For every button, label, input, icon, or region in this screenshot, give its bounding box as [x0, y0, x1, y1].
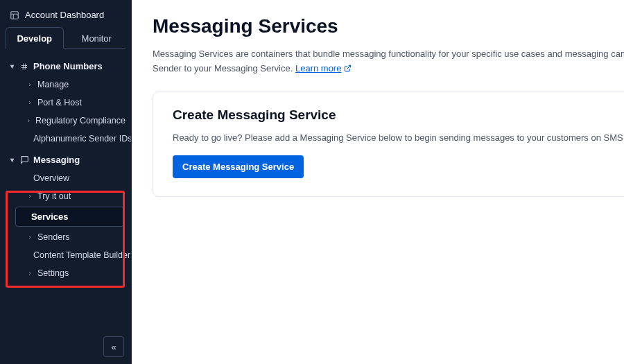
tab-develop[interactable]: Develop [6, 27, 64, 49]
sidebar-item-manage[interactable]: › Manage [0, 76, 131, 94]
svg-line-5 [347, 65, 351, 69]
sidebar-item-try-it-out[interactable]: › Try it out [0, 187, 131, 205]
sidebar-item-content-template[interactable]: Content Template Builder [0, 246, 131, 264]
sidebar-header-label: Account Dashboard [25, 10, 104, 20]
chevron-right-icon: › [26, 117, 31, 124]
chat-icon [19, 155, 29, 164]
sidebar-item-label: Senders [37, 232, 70, 242]
chevron-right-icon: › [26, 81, 33, 88]
svg-rect-0 [11, 11, 19, 19]
tab-monitor[interactable]: Monitor [68, 27, 126, 49]
main-content: Messaging Services Messaging Services ar… [132, 0, 624, 364]
sidebar-item-regulatory[interactable]: › Regulatory Compliance [0, 112, 131, 130]
hash-icon [19, 62, 29, 71]
sidebar-item-label: Alphanumeric Sender IDs [33, 134, 131, 144]
sidebar-header[interactable]: Account Dashboard [0, 0, 131, 27]
chevron-down-icon: ▾ [8, 156, 15, 164]
svg-line-4 [25, 63, 26, 69]
chevron-right-icon: › [26, 270, 33, 277]
sidebar-item-label: Phone Numbers [33, 61, 103, 71]
sidebar-item-senders[interactable]: › Senders [0, 228, 131, 246]
sidebar-item-label: Regulatory Compliance [35, 116, 125, 125]
sidebar-item-label: Overview [33, 173, 69, 183]
create-messaging-service-button[interactable]: Create Messaging Service [173, 155, 304, 178]
chevron-right-icon: › [26, 99, 33, 106]
sidebar-item-label: Manage [37, 80, 69, 89]
sidebar-item-services[interactable]: Services [15, 207, 124, 227]
learn-more-link[interactable]: Learn more [295, 63, 344, 73]
chevron-down-icon: ▾ [8, 62, 15, 70]
chevron-right-icon: › [26, 193, 33, 200]
sidebar-item-label: Services [31, 211, 69, 222]
sidebar-item-port-host[interactable]: › Port & Host [0, 94, 131, 112]
external-link-icon [344, 63, 352, 73]
sidebar-item-label: Settings [37, 268, 69, 278]
sidebar-item-alphanumeric[interactable]: Alphanumeric Sender IDs [0, 130, 131, 148]
sidebar-item-label: Content Template Builder [33, 250, 130, 260]
page-desc-line1: Messaging Services are containers that b… [153, 49, 624, 59]
card-title: Create Messaging Service [173, 107, 624, 123]
sidebar-tree: ▾ Phone Numbers › Manage › Port & Host ›… [0, 49, 131, 364]
dashboard-icon [10, 10, 19, 20]
sidebar-item-label: Try it out [37, 191, 71, 201]
svg-line-3 [23, 63, 24, 69]
sidebar-item-settings[interactable]: › Settings [0, 264, 131, 282]
chevron-right-icon: › [26, 234, 33, 241]
collapse-sidebar-button[interactable]: « [103, 336, 124, 357]
page-title: Messaging Services [153, 15, 624, 37]
sidebar-item-overview[interactable]: Overview [0, 169, 131, 187]
sidebar-item-messaging[interactable]: ▾ Messaging [0, 150, 131, 169]
double-chevron-left-icon: « [111, 342, 116, 352]
sidebar-tabs: Develop Monitor [0, 27, 131, 49]
create-service-card: Create Messaging Service Ready to go liv… [153, 92, 624, 197]
sidebar: Account Dashboard Develop Monitor ▾ Phon… [0, 0, 132, 364]
sidebar-item-label: Port & Host [37, 98, 82, 107]
page-desc-line2-prefix: Sender to your Messaging Service. [153, 63, 295, 73]
sidebar-item-label: Messaging [33, 155, 80, 165]
sidebar-item-phone-numbers[interactable]: ▾ Phone Numbers [0, 57, 131, 76]
page-description: Messaging Services are containers that b… [153, 47, 624, 76]
card-description: Ready to go live? Please add a Messaging… [173, 132, 624, 143]
